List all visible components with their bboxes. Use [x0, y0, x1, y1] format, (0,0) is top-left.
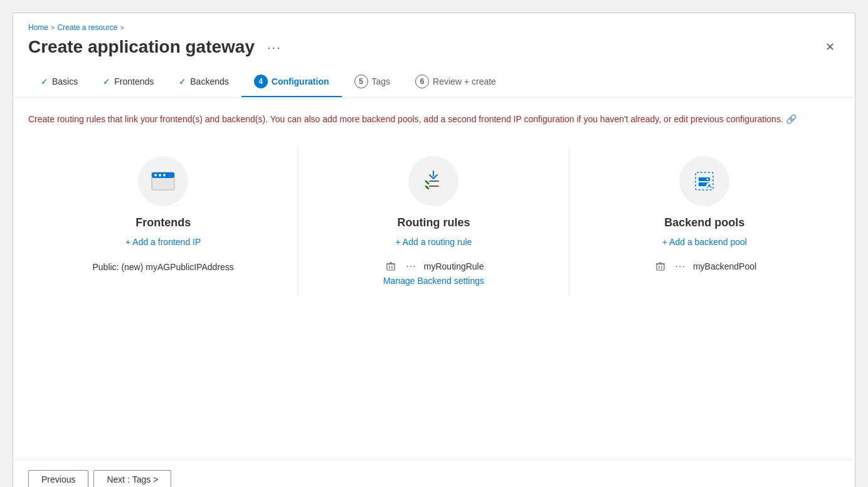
backend-pools-icon-circle: [679, 156, 729, 206]
tab-configuration[interactable]: 4 Configuration: [241, 67, 342, 97]
tab-tags[interactable]: 5 Tags: [342, 67, 403, 97]
tabs-row: ✓ Basics ✓ Frontends ✓ Backends 4 Config…: [13, 67, 855, 98]
tab-backends-label: Backends: [190, 76, 228, 86]
svg-point-3: [159, 174, 161, 177]
routing-rules-icon-circle: [408, 156, 458, 206]
svg-point-4: [163, 174, 166, 177]
routing-rule-item-row: ··· myRoutingRule: [314, 259, 553, 273]
backend-pools-icon: [691, 167, 718, 195]
check-icon-backends: ✓: [179, 76, 186, 86]
frontend-item: Public: (new) myAGPublicIPAddress: [43, 262, 283, 272]
tab-review[interactable]: 6 Review + create: [403, 67, 509, 97]
delete-routing-rule-button[interactable]: [383, 260, 398, 273]
config-grid: Frontends + Add a frontend IP Public: (n…: [28, 146, 840, 296]
more-routing-rule-button[interactable]: ···: [403, 259, 418, 273]
frontends-title: Frontends: [135, 216, 191, 229]
routing-rules-column: Routing rules + Add a routing rule ··· m: [299, 146, 569, 296]
title-row: Create application gateway ··· ✕: [28, 37, 840, 67]
check-icon-basics: ✓: [41, 76, 48, 86]
add-frontend-ip-link[interactable]: + Add a frontend IP: [125, 237, 201, 247]
breadcrumb-create-resource[interactable]: Create a resource: [57, 23, 117, 32]
page-title: Create application gateway: [28, 37, 255, 57]
routing-rules-icon: [420, 167, 447, 195]
tab-basics-label: Basics: [52, 76, 78, 86]
step-circle-tags: 5: [354, 75, 368, 88]
step-circle-configuration: 4: [254, 75, 268, 88]
backend-pool-item-row: ··· myBackendPool: [585, 259, 825, 273]
close-button[interactable]: ✕: [820, 38, 840, 56]
breadcrumb: Home > Create a resource >: [28, 23, 840, 32]
tab-frontends-label: Frontends: [114, 76, 154, 86]
frontends-column: Frontends + Add a frontend IP Public: (n…: [28, 146, 299, 296]
svg-point-16: [707, 179, 709, 181]
next-tags-button[interactable]: Next : Tags >: [93, 470, 171, 487]
backend-pools-title: Backend pools: [664, 216, 744, 229]
ellipsis-button[interactable]: ···: [262, 38, 287, 57]
svg-rect-20: [657, 264, 664, 270]
manage-backend-settings-link[interactable]: Manage Backend settings: [383, 276, 484, 286]
tab-tags-label: Tags: [372, 76, 391, 86]
tab-backends[interactable]: ✓ Backends: [166, 69, 241, 95]
trash-icon: [386, 261, 396, 271]
routing-rules-title: Routing rules: [397, 216, 470, 229]
backend-pools-column: Backend pools + Add a backend pool ··· m: [569, 146, 840, 296]
title-left: Create application gateway ···: [28, 37, 287, 57]
delete-backend-pool-button[interactable]: [653, 260, 668, 273]
add-backend-pool-link[interactable]: + Add a backend pool: [662, 237, 747, 247]
add-routing-rule-link[interactable]: + Add a routing rule: [396, 237, 472, 247]
backend-pool-name: myBackendPool: [693, 261, 756, 271]
trash-icon-backend: [655, 261, 665, 271]
description-text: Create routing rules that link your fron…: [28, 113, 799, 126]
tab-configuration-label: Configuration: [272, 76, 329, 86]
panel-content: Create routing rules that link your fron…: [13, 98, 855, 459]
routing-rule-name: myRoutingRule: [424, 261, 484, 271]
step-circle-review: 6: [415, 75, 429, 88]
panel-footer: Previous Next : Tags >: [13, 459, 855, 487]
svg-point-2: [154, 174, 157, 177]
more-backend-pool-button[interactable]: ···: [673, 259, 688, 273]
previous-button[interactable]: Previous: [28, 470, 88, 487]
tab-review-label: Review + create: [433, 76, 496, 86]
tab-basics[interactable]: ✓ Basics: [28, 69, 90, 95]
breadcrumb-sep1: >: [51, 24, 55, 31]
main-panel: Home > Create a resource > Create applic…: [13, 13, 855, 487]
tab-frontends[interactable]: ✓ Frontends: [90, 69, 166, 95]
frontends-icon: [149, 167, 177, 195]
check-icon-frontends: ✓: [103, 76, 110, 86]
panel-header: Home > Create a resource > Create applic…: [13, 13, 855, 67]
frontends-icon-circle: [138, 156, 188, 206]
svg-rect-8: [387, 264, 394, 270]
breadcrumb-sep2: >: [120, 24, 124, 31]
breadcrumb-home[interactable]: Home: [28, 23, 48, 32]
